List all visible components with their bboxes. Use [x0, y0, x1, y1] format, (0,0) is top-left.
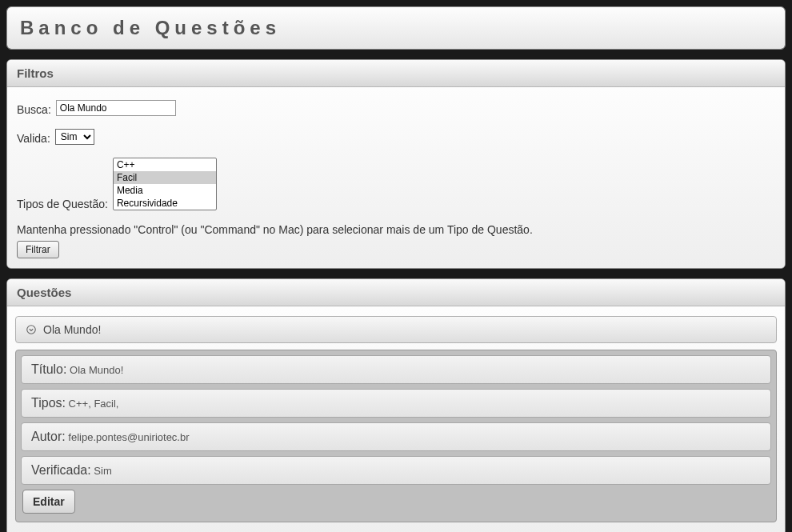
detail-row-verificada: Verificada: Sim: [21, 456, 771, 485]
types-multiselect[interactable]: C++ Facil Media Recursividade: [113, 158, 217, 210]
tipos-label: Tipos:: [31, 396, 66, 410]
search-input[interactable]: [56, 100, 176, 116]
search-row: Busca:: [17, 100, 775, 116]
filters-panel: Filtros Busca: Valida: Sim Não Tipos de …: [6, 59, 786, 269]
questions-body: Ola Mundo! Título: Ola Mundo! Tipos: C++…: [7, 306, 785, 532]
type-option-recursividade[interactable]: Recursividade: [114, 197, 216, 210]
chevron-down-icon: [26, 324, 37, 335]
svg-point-0: [27, 326, 36, 334]
types-label: Tipos de Questão:: [17, 198, 108, 210]
detail-actions: Editar: [21, 490, 771, 514]
valid-row: Valida: Sim Não: [17, 129, 775, 145]
detail-row-titulo: Título: Ola Mundo!: [21, 355, 771, 384]
edit-button[interactable]: Editar: [22, 490, 75, 514]
autor-label: Autor:: [31, 430, 66, 443]
valid-label: Valida:: [17, 132, 50, 145]
autor-value: felipe.pontes@uniriotec.br: [68, 431, 189, 443]
type-option-media[interactable]: Media: [114, 184, 216, 197]
question-accordion-header[interactable]: Ola Mundo!: [15, 316, 777, 343]
filters-body: Busca: Valida: Sim Não Tipos de Questão:…: [7, 87, 785, 268]
verificada-label: Verificada:: [31, 463, 91, 477]
question-details: Título: Ola Mundo! Tipos: C++, Facil, Au…: [15, 350, 777, 522]
page-title: Banco de Questões: [7, 7, 785, 49]
verificada-value: Sim: [94, 465, 111, 477]
detail-row-tipos: Tipos: C++, Facil,: [21, 389, 771, 418]
questions-header: Questões: [7, 279, 785, 306]
page-title-panel: Banco de Questões: [6, 6, 786, 50]
titulo-label: Título:: [31, 362, 66, 376]
search-label: Busca:: [17, 103, 51, 116]
type-option-cpp[interactable]: C++: [114, 158, 216, 171]
filters-header: Filtros: [7, 60, 785, 87]
types-row: Tipos de Questão: C++ Facil Media Recurs…: [17, 158, 775, 210]
tipos-value: C++, Facil,: [69, 398, 119, 410]
filter-button[interactable]: Filtrar: [17, 241, 59, 258]
titulo-value: Ola Mundo!: [70, 364, 123, 376]
types-help-text: Mantenha pressionado "Control" (ou "Comm…: [17, 223, 775, 236]
valid-select[interactable]: Sim Não: [55, 129, 94, 145]
question-title: Ola Mundo!: [43, 323, 101, 336]
questions-panel: Questões Ola Mundo! Título: Ola Mundo! T…: [6, 278, 786, 532]
type-option-facil[interactable]: Facil: [114, 171, 216, 184]
detail-row-autor: Autor: felipe.pontes@uniriotec.br: [21, 422, 771, 451]
